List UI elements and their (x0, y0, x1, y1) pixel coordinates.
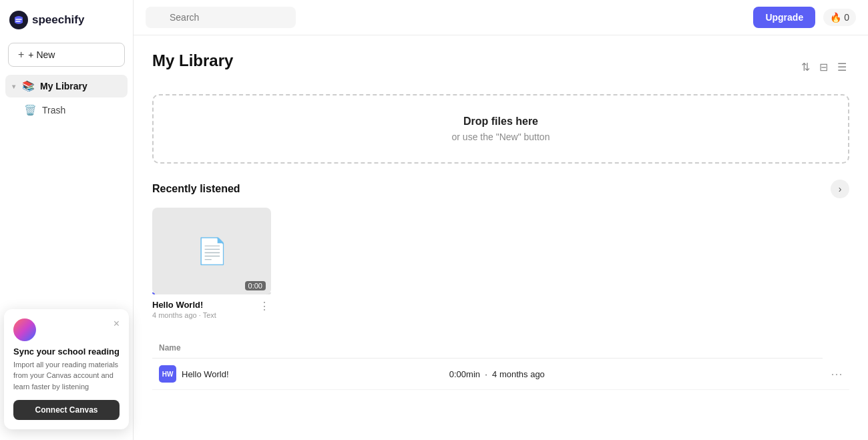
logo-text: speechify (32, 13, 84, 27)
drop-title: Drop files here (174, 116, 828, 128)
drop-zone[interactable]: Drop files here or use the "New" button (152, 94, 849, 164)
grid-icon[interactable]: ☰ (835, 58, 849, 76)
card-menu-button[interactable]: ⋮ (258, 300, 271, 312)
drop-subtitle: or use the "New" button (174, 132, 828, 142)
sidebar-item-label: Trash (42, 105, 65, 116)
main-content: 🔍 Upgrade 🔥 0 My Library ⇅ ⊟ ☰ Drop file… (134, 0, 868, 440)
row-actions-cell: ⋯ (823, 359, 849, 390)
content-area: My Library ⇅ ⊟ ☰ Drop files here or use … (134, 35, 868, 440)
header-icons: ⇅ ⊟ ☰ (799, 58, 849, 76)
recently-listened-header: Recently listened › (152, 180, 849, 198)
file-name-container: HW Hello World! (159, 365, 436, 383)
sidebar-item-my-library[interactable]: ▾ 📚 My Library (5, 75, 128, 97)
recently-listened-title: Recently listened (152, 183, 240, 195)
popup-description: Import all your reading materials from y… (13, 359, 120, 393)
row-menu-button[interactable]: ⋯ (831, 367, 843, 381)
file-name: Hello World! (182, 369, 229, 379)
sidebar: speechify + + New ▾ 📚 My Library 🗑️ Tras… (0, 0, 134, 440)
topbar: 🔍 Upgrade 🔥 0 (134, 0, 868, 35)
card-duration: 0:00 (245, 281, 266, 290)
card-info: Hello World! 4 months ago · Text (152, 300, 216, 319)
file-type-icon: HW (159, 365, 176, 383)
canvas-orb-icon (13, 318, 36, 341)
fire-count: 0 (844, 12, 849, 23)
fire-icon: 🔥 (830, 12, 841, 23)
cards-row: 📄 0:00 Hello World! 4 months ago · Text … (152, 208, 849, 319)
new-button-label: + New (28, 49, 55, 60)
column-name: Name (152, 338, 443, 359)
card-title: Hello World! (152, 300, 216, 310)
speechify-logo-icon (9, 11, 28, 29)
next-arrow-button[interactable]: › (831, 180, 849, 198)
file-duration: 0:00min (449, 369, 480, 379)
card-thumbnail: 📄 0:00 (152, 208, 271, 294)
upgrade-button[interactable]: Upgrade (753, 7, 815, 28)
card-footer: Hello World! 4 months ago · Text ⋮ (152, 300, 271, 319)
sort-icon[interactable]: ⇅ (799, 58, 813, 76)
sidebar-item-trash[interactable]: 🗑️ Trash (5, 99, 128, 122)
table-header: Name (152, 338, 849, 359)
library-icon: 📚 (22, 80, 35, 92)
popup-title: Sync your school reading (13, 347, 120, 357)
header-actions: My Library ⇅ ⊟ ☰ (152, 51, 849, 82)
files-table: Name HW Hello World! 0:00min · 4 (152, 338, 849, 390)
sidebar-nav: ▾ 📚 My Library 🗑️ Trash (0, 75, 133, 122)
chevron-down-icon: ▾ (12, 83, 15, 90)
table-body: HW Hello World! 0:00min · 4 months ago ⋯ (152, 359, 849, 390)
popup-close-button[interactable]: × (114, 318, 120, 329)
new-button[interactable]: + + New (8, 43, 125, 67)
file-meta-cell: 0:00min · 4 months ago (443, 359, 823, 390)
search-wrapper: 🔍 (146, 7, 745, 28)
sidebar-item-label: My Library (40, 81, 87, 91)
plus-icon: + (18, 49, 24, 61)
logo-container: speechify (0, 0, 133, 40)
fire-badge: 🔥 0 (823, 9, 856, 26)
column-spacer (443, 338, 823, 359)
search-input[interactable] (146, 7, 296, 28)
card-hello-world[interactable]: 📄 0:00 Hello World! 4 months ago · Text … (152, 208, 271, 319)
trash-icon: 🗑️ (24, 104, 37, 116)
card-meta: 4 months ago · Text (152, 311, 216, 319)
file-name-cell: HW Hello World! (152, 359, 443, 390)
connect-canvas-button[interactable]: Connect Canvas (13, 400, 120, 420)
file-age: 4 months ago (492, 369, 545, 379)
filter-icon[interactable]: ⊟ (817, 58, 831, 76)
document-icon: 📄 (196, 236, 228, 266)
table-row[interactable]: HW Hello World! 0:00min · 4 months ago ⋯ (152, 359, 849, 390)
canvas-popup: × Sync your school reading Import all yo… (4, 309, 129, 430)
page-title: My Library (152, 51, 233, 70)
popup-header: × (13, 318, 120, 341)
